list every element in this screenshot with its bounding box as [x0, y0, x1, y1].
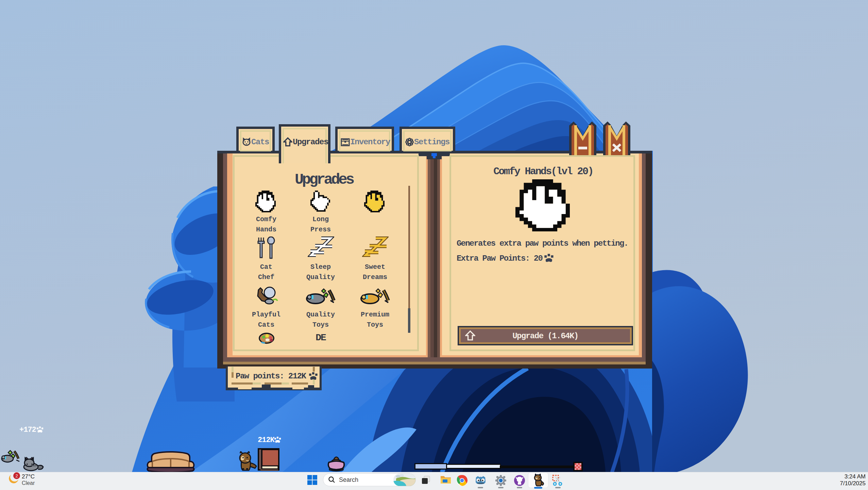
svg-text:2: 2 — [15, 473, 18, 478]
